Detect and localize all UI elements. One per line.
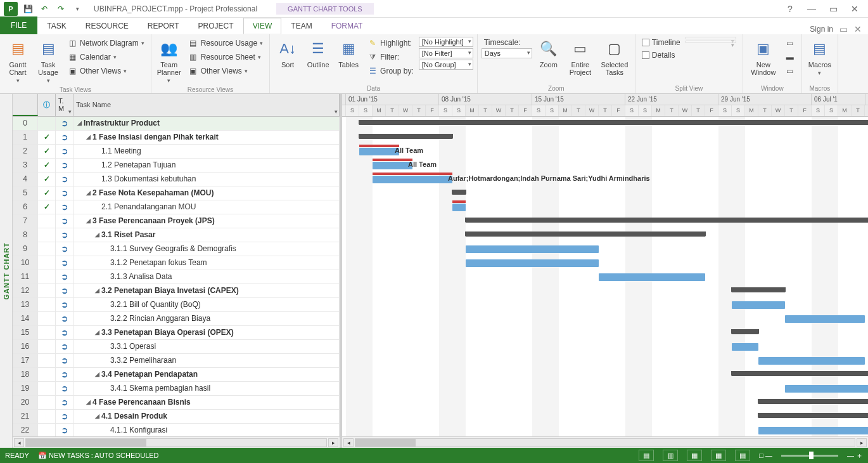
row-mode[interactable]: ➲ [56,159,73,172]
task-row[interactable]: 21➲◢ 4.1 Desain Produk [13,410,340,424]
minimize-icon[interactable]: — [803,3,820,15]
zoom-slider[interactable] [781,455,838,457]
row-name[interactable]: 3.3.2 Pemeliharaan [73,354,340,367]
gantt-bar[interactable] [758,357,865,365]
row-mode[interactable]: ➲ [56,242,73,256]
task-row[interactable]: 7➲◢ 3 Fase Perencanaan Proyek (JPS) [13,214,340,228]
row-id[interactable]: 10 [13,256,38,270]
row-id[interactable]: 14 [13,312,38,325]
gantt-bar[interactable] [599,273,705,281]
details-combo[interactable] [686,41,736,43]
col-task-mode[interactable]: T. M▾ [56,94,73,116]
scroll-right-icon[interactable]: ▸ [857,438,867,447]
view-gantt-icon[interactable]: ▤ [639,450,654,461]
zoom-out-icon[interactable]: □ — [759,452,772,459]
view-sheet-icon[interactable]: ▤ [735,450,750,461]
status-newtasks[interactable]: 📅 NEW TASKS : AUTO SCHEDULED [38,452,159,460]
other-views-button[interactable]: ▣Other Views ▾ [65,65,147,77]
row-mode[interactable]: ➲ [56,214,73,228]
row-id[interactable]: 17 [13,354,38,367]
task-row[interactable]: 13➲ 3.2.1 Bill of Quantity (BoQ) [13,298,340,312]
gantt-chart-button[interactable]: ▤ Gantt Chart▾ [4,37,32,85]
task-usage-button[interactable]: ▤ Task Usage▾ [34,37,62,85]
gantt-bar[interactable] [785,385,868,393]
row-id[interactable]: 3 [13,159,38,172]
gantt-summary-bar[interactable] [732,371,868,376]
gantt-bar[interactable] [785,315,865,323]
hide-button[interactable]: ▭ [782,65,798,77]
row-name[interactable]: 3.1.3 Analisa Data [73,270,340,284]
gantt-bar[interactable] [732,301,785,309]
view-bar[interactable]: GANTT CHART [0,94,13,448]
row-id[interactable]: 9 [13,242,38,256]
col-task-name[interactable]: Task Name▾ [73,94,340,116]
task-row[interactable]: 22➲ 4.1.1 Konfigurasi [13,424,340,436]
new-window-button[interactable]: ▣New Window [747,37,780,77]
task-row[interactable]: 9➲ 3.1.1 Survey Geografis & Demografis [13,242,340,256]
row-name[interactable]: ◢ 3.4 Penetapan Pendapatan [73,368,340,381]
gantt-bar[interactable] [373,176,452,183]
row-mode[interactable]: ➲ [56,326,73,339]
row-name[interactable]: 3.4.1 Skema pembagian hasil [73,382,340,395]
row-mode[interactable]: ➲ [56,312,73,325]
task-row[interactable]: 12➲◢ 3.2 Penetapan Biaya Invetasi (CAPEX… [13,284,340,298]
row-name[interactable]: ◢ 3 Fase Perencanaan Proyek (JPS) [73,214,340,228]
row-id[interactable]: 21 [13,410,38,423]
row-name[interactable]: 3.3.1 Operasi [73,340,340,353]
calendar-button[interactable]: ▦Calendar ▾ [65,51,147,63]
gantt-summary-bar[interactable] [732,329,758,334]
gantt-hscroll[interactable]: ◂ ▸ [342,436,868,448]
task-row[interactable]: 5✓➲◢ 2 Fase Nota Kesepahaman (MOU) [13,186,340,200]
view-network-icon[interactable]: ▦ [687,450,702,461]
timeline-combo[interactable] [686,37,736,39]
row-mode[interactable]: ➲ [56,270,73,284]
ribbon-collapse-icon[interactable]: ▭ [839,24,848,34]
task-row[interactable]: 18➲◢ 3.4 Penetapan Pendapatan [13,368,340,382]
row-mode[interactable]: ➲ [56,131,73,144]
row-name[interactable]: ◢ Infrastruktur Product [73,117,340,130]
row-name[interactable]: 2.1 Penandatanganan MOU [73,200,340,214]
row-mode[interactable]: ➲ [56,340,73,353]
row-name[interactable]: 3.1.2 Penetapan fokus Team [73,256,340,270]
row-name[interactable]: ◢ 3.1 Riset Pasar [73,228,340,242]
redo-icon[interactable]: ↷ [54,3,67,15]
task-row[interactable]: 6✓➲ 2.1 Penandatanganan MOU [13,200,340,214]
row-mode[interactable]: ➲ [56,256,73,270]
row-id[interactable]: 19 [13,382,38,395]
gantt-summary-bar[interactable] [758,399,868,404]
row-id[interactable]: 8 [13,228,38,242]
row-id[interactable]: 15 [13,326,38,339]
task-row[interactable]: 16➲ 3.3.1 Operasi [13,340,340,354]
row-name[interactable]: 1.2 Penetapan Tujuan [73,159,340,172]
row-name[interactable]: 4.1.1 Konfigurasi [73,424,340,436]
row-id[interactable]: 13 [13,298,38,311]
row-id[interactable]: 4 [13,173,38,186]
gantt-bar[interactable] [758,427,868,434]
gantt-summary-bar[interactable] [732,287,785,292]
gantt-bar[interactable] [452,204,466,211]
sign-in-link[interactable]: Sign in [810,25,833,34]
task-row[interactable]: 17➲ 3.3.2 Pemeliharaan [13,354,340,368]
tab-view[interactable]: VIEW [243,18,282,34]
undo-icon[interactable]: ↶ [38,3,51,15]
row-mode[interactable]: ➲ [56,396,73,409]
gantt-summary-bar[interactable] [452,190,466,195]
zoom-button[interactable]: 🔍Zoom [535,37,563,70]
tab-report[interactable]: REPORT [138,18,189,34]
row-mode[interactable]: ➲ [56,145,73,158]
tab-team[interactable]: TEAM [281,18,321,34]
task-row[interactable]: 4✓➲ 1.3 Dokumentasi kebutuhan [13,173,340,186]
scroll-left-icon[interactable]: ◂ [343,438,354,447]
task-row[interactable]: 19➲ 3.4.1 Skema pembagian hasil [13,382,340,396]
tab-project[interactable]: PROJECT [189,18,243,34]
row-name[interactable]: 1.1 Meeting [73,145,340,158]
row-id[interactable]: 12 [13,284,38,297]
task-row[interactable]: 2✓➲ 1.1 Meeting [13,145,340,159]
gantt-bar[interactable] [466,259,599,267]
gantt-bar[interactable] [466,245,599,253]
selected-tasks-button[interactable]: ▢Selected Tasks [598,37,631,77]
gantt-bar[interactable] [359,148,399,155]
row-name[interactable]: 3.2.1 Bill of Quantity (BoQ) [73,298,340,311]
task-row[interactable]: 8➲◢ 3.1 Riset Pasar [13,228,340,242]
row-id[interactable]: 5 [13,186,38,200]
